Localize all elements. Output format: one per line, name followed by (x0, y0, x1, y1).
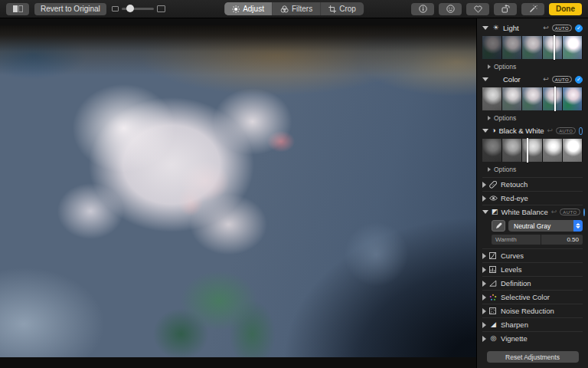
tab-crop[interactable]: Crop (321, 2, 364, 15)
tab-adjust[interactable]: Adjust (224, 2, 273, 15)
chevron-right-icon[interactable] (482, 294, 486, 301)
warmth-value[interactable]: 0.50 (541, 235, 583, 245)
section-label: Color (503, 75, 540, 84)
auto-badge[interactable]: AUTO (552, 76, 572, 83)
section-selective-color[interactable]: Selective Color (482, 290, 583, 304)
section-levels[interactable]: Levels (482, 262, 583, 276)
zoom-slider[interactable] (122, 8, 154, 10)
bw-strip-thumb[interactable] (522, 139, 541, 162)
heart-icon (474, 5, 482, 13)
enable-checkbox[interactable] (579, 127, 583, 135)
undo-icon[interactable]: ↩ (543, 25, 549, 31)
chevron-down-icon[interactable] (482, 77, 488, 81)
warmth-slider-row[interactable]: Warmth 0.50 (492, 235, 583, 245)
section-retouch[interactable]: Retouch (482, 177, 583, 191)
enable-checkbox[interactable] (583, 209, 585, 216)
strip-selector[interactable] (554, 87, 556, 111)
section-definition[interactable]: Definition (482, 276, 583, 290)
crop-icon (328, 5, 336, 13)
chevron-right-icon (488, 167, 491, 172)
section-light-header[interactable]: ☀ Light ↩ AUTO ✓ (482, 22, 583, 34)
undo-icon[interactable]: ↩ (543, 76, 549, 83)
compare-icon (13, 5, 23, 12)
reset-adjustments-button[interactable]: Reset Adjustments (487, 351, 579, 363)
color-strip-thumb[interactable] (563, 87, 582, 110)
color-strip-thumb[interactable] (522, 87, 541, 110)
section-bw-header[interactable]: ◑ Black & White ↩ AUTO (482, 125, 583, 136)
bw-strip-thumb[interactable] (482, 139, 501, 162)
face-icon (446, 5, 455, 13)
light-strip-thumb[interactable] (563, 36, 582, 59)
favorite-button[interactable] (466, 3, 489, 15)
auto-badge[interactable]: AUTO (560, 209, 580, 215)
face-button[interactable] (439, 3, 462, 15)
strip-selector[interactable] (527, 138, 528, 163)
white-balance-mode-select[interactable]: Neutral Gray (508, 220, 583, 232)
light-strip-thumb[interactable] (543, 36, 562, 59)
zoom-control (112, 5, 165, 12)
enable-checkbox[interactable]: ✓ (575, 25, 583, 32)
bw-strip-thumb[interactable] (502, 139, 521, 162)
options-label: Options (494, 63, 516, 71)
chevron-right-icon[interactable] (482, 267, 486, 273)
curves-icon (489, 252, 498, 259)
eyedropper-button[interactable] (492, 220, 505, 232)
bw-adjustment-strip[interactable] (482, 139, 583, 162)
chevron-down-icon[interactable] (482, 26, 488, 30)
compare-original-button[interactable] (6, 3, 29, 15)
rotate-button[interactable] (494, 3, 517, 15)
light-strip-thumb[interactable] (522, 36, 541, 59)
bw-strip-thumb[interactable] (543, 139, 562, 162)
zoom-in-thumbnail-icon (157, 5, 165, 12)
auto-enhance-button[interactable] (521, 3, 544, 15)
tab-filters[interactable]: Filters (273, 2, 321, 15)
chevron-right-icon[interactable] (482, 308, 486, 314)
light-strip-thumb[interactable] (482, 36, 501, 59)
bw-options-toggle[interactable]: Options (482, 164, 583, 174)
photo-flower-image[interactable] (0, 25, 476, 357)
done-button[interactable]: Done (549, 3, 582, 15)
section-curves[interactable]: Curves (482, 248, 583, 262)
tab-label: Filters (292, 5, 312, 13)
chevron-right-icon[interactable] (482, 336, 486, 342)
color-strip-thumb[interactable] (482, 87, 501, 110)
white-balance-body: Neutral Gray Warmth 0.50 (482, 219, 583, 248)
auto-badge[interactable]: AUTO (556, 127, 576, 134)
tab-label: Crop (339, 5, 356, 13)
undo-icon[interactable]: ↩ (547, 127, 554, 134)
revert-button[interactable]: Revert to Original (34, 3, 106, 15)
chevron-down-icon[interactable] (482, 129, 488, 133)
color-strip-thumb[interactable] (502, 87, 521, 110)
section-noise-reduction[interactable]: Noise Reduction (482, 304, 583, 317)
bw-strip-thumb[interactable] (563, 139, 582, 162)
strip-selector[interactable] (554, 35, 555, 60)
chevron-right-icon (488, 116, 491, 120)
chevron-right-icon[interactable] (482, 322, 486, 328)
info-button[interactable] (411, 3, 434, 15)
edit-mode-tabs: Adjust Filters Crop (224, 2, 364, 15)
color-adjustment-strip[interactable] (482, 87, 583, 110)
section-sharpen[interactable]: ◢ Sharpen (482, 317, 583, 331)
section-label: Sharpen (501, 320, 583, 329)
light-options-toggle[interactable]: Options (482, 61, 583, 71)
auto-badge[interactable]: AUTO (552, 25, 572, 31)
section-label: Noise Reduction (501, 307, 583, 315)
chevron-right-icon[interactable] (482, 182, 486, 188)
light-adjustment-strip[interactable] (482, 36, 583, 59)
color-strip-thumb[interactable] (543, 87, 562, 110)
rotate-icon (501, 5, 510, 13)
color-options-toggle[interactable]: Options (482, 113, 583, 123)
section-vignette[interactable]: ◎ Vignette (482, 331, 583, 345)
chevron-right-icon[interactable] (482, 281, 486, 287)
chevron-down-icon[interactable] (482, 210, 488, 214)
chevron-right-icon[interactable] (482, 253, 486, 259)
section-color-header[interactable]: Color ↩ AUTO ✓ (482, 74, 583, 85)
zoom-slider-thumb[interactable] (126, 5, 134, 12)
light-strip-thumb[interactable] (502, 36, 521, 59)
undo-icon[interactable]: ↩ (551, 209, 557, 215)
section-red-eye[interactable]: Red-eye (482, 191, 583, 205)
chevron-right-icon[interactable] (482, 196, 486, 202)
enable-checkbox[interactable]: ✓ (575, 76, 583, 84)
section-white-balance-header[interactable]: ◩ White Balance ↩ AUTO (482, 205, 583, 219)
options-label: Options (494, 166, 516, 173)
